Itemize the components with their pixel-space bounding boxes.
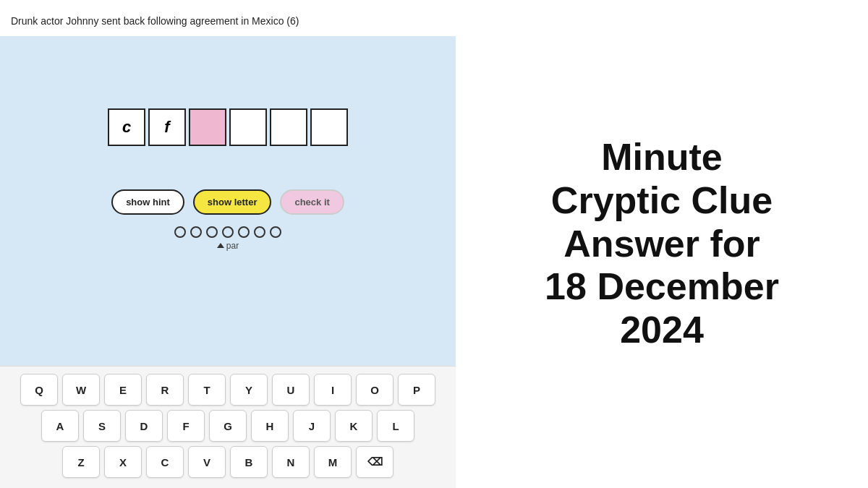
buttons-row: show hint show letter check it bbox=[111, 189, 344, 215]
key-u[interactable]: U bbox=[272, 374, 310, 406]
key-m[interactable]: M bbox=[314, 446, 352, 478]
keyboard-row-1: Q W E R T Y U I O P bbox=[6, 374, 450, 406]
dot-3 bbox=[206, 226, 218, 238]
key-s[interactable]: S bbox=[83, 410, 121, 442]
key-k[interactable]: K bbox=[335, 410, 373, 442]
show-letter-button[interactable]: show letter bbox=[193, 189, 272, 215]
key-i[interactable]: I bbox=[314, 374, 352, 406]
key-c[interactable]: C bbox=[146, 446, 184, 478]
key-v[interactable]: V bbox=[188, 446, 226, 478]
main-container: Drunk actor Johnny sent back following a… bbox=[0, 0, 868, 488]
show-hint-button[interactable]: show hint bbox=[111, 189, 184, 215]
par-label: par bbox=[217, 241, 239, 251]
title-line1: Minute Cryptic Clue Answer for 18 Decemb… bbox=[545, 136, 779, 352]
letter-box-4[interactable] bbox=[229, 108, 267, 146]
key-backspace[interactable]: ⌫ bbox=[356, 446, 393, 478]
dot-4 bbox=[222, 226, 234, 238]
key-f[interactable]: F bbox=[167, 410, 205, 442]
key-g[interactable]: G bbox=[209, 410, 247, 442]
letter-box-5[interactable] bbox=[270, 108, 307, 146]
key-d[interactable]: D bbox=[125, 410, 163, 442]
par-text: par bbox=[226, 241, 239, 251]
dot-6 bbox=[254, 226, 265, 238]
check-it-button[interactable]: check it bbox=[280, 189, 344, 215]
key-o[interactable]: O bbox=[356, 374, 393, 406]
letter-boxes: c f bbox=[108, 108, 348, 146]
key-l[interactable]: L bbox=[377, 410, 414, 442]
letter-box-2[interactable]: f bbox=[148, 108, 186, 146]
keyboard-row-3: Z X C V B N M ⌫ bbox=[6, 446, 450, 478]
dot-1 bbox=[174, 226, 186, 238]
key-y[interactable]: Y bbox=[230, 374, 268, 406]
dot-7 bbox=[270, 226, 281, 238]
right-panel: Minute Cryptic Clue Answer for 18 Decemb… bbox=[456, 0, 868, 488]
key-b[interactable]: B bbox=[230, 446, 268, 478]
left-panel: Drunk actor Johnny sent back following a… bbox=[0, 0, 456, 488]
key-q[interactable]: Q bbox=[20, 374, 58, 406]
letter-box-3[interactable] bbox=[189, 108, 226, 146]
key-x[interactable]: X bbox=[104, 446, 142, 478]
key-t[interactable]: T bbox=[188, 374, 226, 406]
letter-box-1[interactable]: c bbox=[108, 108, 145, 146]
keyboard-area: Q W E R T Y U I O P A S D F G H J K L bbox=[0, 366, 456, 488]
key-z[interactable]: Z bbox=[62, 446, 100, 478]
clue-text: Drunk actor Johnny sent back following a… bbox=[0, 7, 456, 36]
key-e[interactable]: E bbox=[104, 374, 142, 406]
key-n[interactable]: N bbox=[272, 446, 310, 478]
puzzle-area: c f show hint show letter check it bbox=[0, 36, 456, 366]
title-block: Minute Cryptic Clue Answer for 18 Decemb… bbox=[545, 136, 779, 352]
key-h[interactable]: H bbox=[251, 410, 289, 442]
key-p[interactable]: P bbox=[398, 374, 435, 406]
dot-2 bbox=[190, 226, 202, 238]
keyboard-row-2: A S D F G H J K L bbox=[6, 410, 450, 442]
par-triangle-icon bbox=[217, 243, 224, 248]
letter-box-6[interactable] bbox=[310, 108, 348, 146]
dots-row bbox=[174, 226, 281, 238]
key-j[interactable]: J bbox=[293, 410, 331, 442]
key-a[interactable]: A bbox=[41, 410, 79, 442]
dot-5 bbox=[238, 226, 250, 238]
key-w[interactable]: W bbox=[62, 374, 100, 406]
score-row: par bbox=[174, 226, 281, 251]
key-r[interactable]: R bbox=[146, 374, 184, 406]
